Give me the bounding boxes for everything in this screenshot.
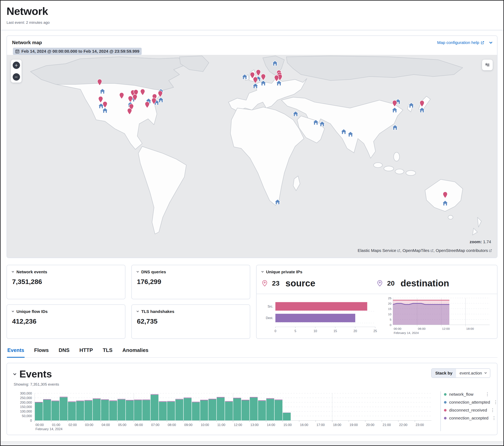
horizontal-scrollbar-track[interactable]	[0, 442, 504, 446]
external-link-icon	[431, 249, 433, 252]
destination-house-marker[interactable]	[276, 80, 282, 87]
unique-ips-area-chart: 051015202500:00February 14, 202406:0012:…	[384, 297, 492, 336]
destination-house-marker[interactable]	[102, 107, 108, 114]
destination-house-marker[interactable]	[319, 121, 325, 127]
destination-house-marker[interactable]	[158, 97, 164, 104]
svg-text:16:00: 16:00	[300, 423, 308, 427]
svg-text:150,000: 150,000	[20, 405, 32, 409]
tab-flows[interactable]: Flows	[34, 346, 49, 358]
source-pin-marker[interactable]	[119, 92, 124, 100]
source-pin-marker[interactable]	[443, 192, 448, 199]
source-pin-marker[interactable]	[97, 79, 102, 86]
svg-text:0: 0	[275, 329, 276, 333]
events-histogram-chart: 050,000100,000150,000200,000250,000300,0…	[14, 391, 438, 431]
attribution-link[interactable]: Elastic Maps Service	[358, 248, 400, 253]
legend-actions-icon[interactable]: ⋮	[489, 408, 495, 413]
svg-text:05:00: 05:00	[118, 423, 126, 427]
source-pin-marker[interactable]	[140, 89, 145, 96]
svg-text:07:00: 07:00	[151, 423, 160, 427]
tab-events[interactable]: Events	[7, 346, 25, 358]
svg-text:15:00: 15:00	[284, 423, 292, 427]
svg-text:23:00: 23:00	[416, 423, 424, 427]
collapse-legend-icon	[485, 62, 490, 68]
external-link-icon	[397, 249, 400, 252]
destination-label: destination	[401, 278, 449, 288]
legend-label[interactable]: connection_attempted	[449, 400, 490, 405]
destination-house-marker[interactable]	[341, 129, 347, 135]
tab-tls[interactable]: TLS	[102, 346, 113, 358]
destination-house-marker[interactable]	[260, 80, 267, 87]
svg-text:100,000: 100,000	[20, 410, 32, 413]
destination-house-marker[interactable]	[347, 131, 354, 138]
attribution-link[interactable]: OpenMapTiles	[403, 248, 433, 253]
destination-house-marker[interactable]	[408, 102, 414, 109]
map-canvas[interactable]: + − zoom: 1.74 Elastic Maps Service , Op…	[7, 55, 497, 258]
svg-text:25: 25	[388, 297, 391, 300]
legend-item[interactable]: disconnect_received⋮	[444, 408, 490, 413]
legend-label[interactable]: connection_accepted	[449, 416, 488, 420]
svg-text:21:00: 21:00	[382, 423, 391, 427]
stat-label: Unique flow IDs	[17, 309, 48, 314]
source-label: source	[286, 278, 315, 288]
destination-house-marker[interactable]	[252, 83, 259, 89]
stat-label: Network events	[17, 269, 47, 274]
events-showing-count: Showing: 7,351,305 events	[14, 382, 59, 387]
source-pin-marker[interactable]	[151, 98, 157, 105]
svg-text:11:00: 11:00	[217, 423, 225, 427]
source-pin-marker[interactable]	[419, 100, 425, 108]
source-pin-icon	[262, 280, 268, 286]
source-pin-marker[interactable]	[145, 102, 150, 109]
legend-actions-icon[interactable]: ⋮	[493, 400, 499, 405]
destination-house-marker[interactable]	[272, 60, 278, 67]
svg-text:03:00: 03:00	[85, 423, 93, 427]
tab-dns[interactable]: DNS	[58, 346, 70, 358]
source-pin-marker[interactable]	[392, 100, 397, 107]
events-collapse-chevron-icon[interactable]	[13, 372, 17, 375]
map-config-help-link[interactable]: Map configuration help	[437, 40, 484, 45]
legend-actions-icon[interactable]: ⋮	[484, 392, 490, 397]
legend-label[interactable]: disconnect_received	[449, 408, 487, 412]
destination-house-marker[interactable]	[292, 111, 299, 117]
stat-card-tls-handshakes: TLS handshakes 62,735	[131, 304, 250, 339]
legend-actions-icon[interactable]: ⋮	[491, 415, 497, 421]
collapse-chevron-icon[interactable]	[12, 270, 14, 272]
legend-item[interactable]: network_flow⋮	[444, 392, 490, 397]
stat-card-dns-queries: DNS queries 176,299	[131, 265, 250, 299]
collapse-chevron-icon[interactable]	[261, 270, 264, 272]
legend-label[interactable]: network_flow	[449, 392, 482, 397]
stat-value: 412,236	[12, 318, 120, 325]
destination-house-marker[interactable]	[392, 107, 398, 113]
destination-house-marker[interactable]	[274, 199, 281, 206]
stack-by-select[interactable]: Stack by event.action	[431, 368, 490, 378]
svg-text:04:00: 04:00	[102, 423, 110, 427]
svg-text:200,000: 200,000	[20, 401, 32, 404]
legend-color-dot	[444, 409, 447, 411]
legend-color-dot	[444, 417, 447, 419]
svg-text:10: 10	[388, 313, 391, 316]
destination-house-marker[interactable]	[442, 200, 448, 207]
destination-house-marker[interactable]	[392, 124, 398, 131]
svg-text:20: 20	[353, 329, 357, 333]
svg-text:February 14, 2024: February 14, 2024	[36, 427, 62, 431]
source-pin-marker[interactable]	[132, 94, 138, 102]
legend-item[interactable]: connection_attempted⋮	[444, 400, 490, 405]
map-panel-collapse-chevron-icon[interactable]	[489, 40, 492, 44]
map-panel-header: Network map Map configuration help	[7, 36, 497, 48]
svg-text:20:00: 20:00	[366, 423, 375, 427]
collapse-chevron-icon[interactable]	[137, 310, 139, 312]
map-legend-toggle-button[interactable]	[482, 60, 493, 70]
destination-house-marker[interactable]	[313, 119, 319, 126]
zoom-out-button[interactable]: −	[13, 73, 20, 81]
collapse-chevron-icon[interactable]	[137, 270, 139, 272]
stat-card-unique-flow-ids: Unique flow IDs 412,236	[7, 304, 126, 339]
zoom-in-button[interactable]: +	[13, 62, 20, 69]
source-pin-marker[interactable]	[127, 108, 132, 115]
destination-house-marker[interactable]	[241, 74, 248, 80]
attribution-link[interactable]: OpenStreetMap contributors	[436, 248, 492, 253]
collapse-chevron-icon[interactable]	[12, 310, 14, 312]
destination-house-marker[interactable]	[99, 88, 106, 95]
tab-http[interactable]: HTTP	[79, 346, 93, 358]
tab-anomalies[interactable]: Anomalies	[122, 346, 149, 358]
legend-item[interactable]: connection_accepted⋮	[444, 415, 490, 421]
destination-house-marker[interactable]	[419, 107, 425, 113]
